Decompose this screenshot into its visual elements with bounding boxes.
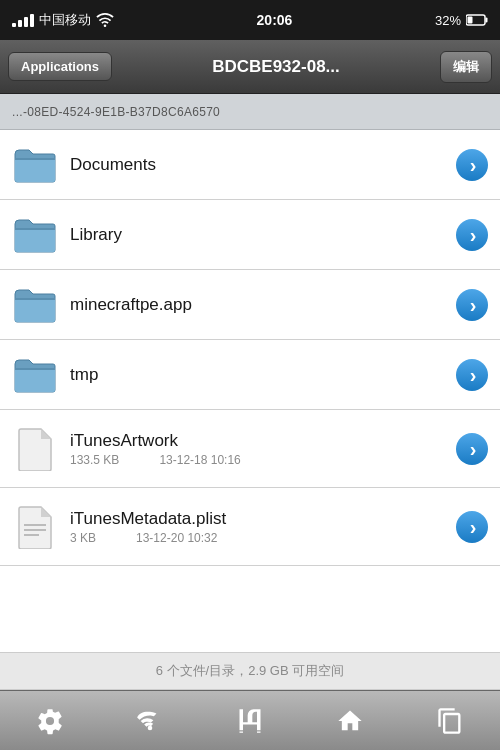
edit-button[interactable]: 编辑	[440, 51, 492, 83]
gear-icon	[36, 707, 64, 735]
file-info: minecraftpe.app	[70, 295, 456, 315]
file-name: minecraftpe.app	[70, 295, 456, 315]
battery-percent: 32%	[435, 13, 461, 28]
chevron-button[interactable]	[456, 433, 488, 465]
svg-rect-1	[486, 18, 488, 23]
chevron-button[interactable]	[456, 219, 488, 251]
copy-icon	[436, 707, 464, 735]
battery-icon	[466, 14, 488, 26]
nav-bar: Applications BDCBE932-08... 编辑	[0, 40, 500, 94]
folder-icon	[12, 352, 58, 398]
file-date: 13-12-18 10:16	[159, 453, 240, 467]
file-name: tmp	[70, 365, 456, 385]
status-right: 32%	[435, 13, 488, 28]
list-item[interactable]: minecraftpe.app	[0, 270, 500, 340]
file-size: 133.5 KB	[70, 453, 119, 467]
signal-icon	[12, 14, 34, 27]
wifi-icon	[96, 13, 114, 27]
tab-copy[interactable]	[400, 707, 500, 735]
file-list: Documents Library minecraftpe.app	[0, 130, 500, 652]
file-info: Documents	[70, 155, 456, 175]
list-item[interactable]: Library	[0, 200, 500, 270]
breadcrumb-text: ...-08ED-4524-9E1B-B37D8C6A6570	[12, 105, 220, 119]
file-meta: 3 KB 13-12-20 10:32	[70, 531, 456, 545]
file-name: iTunesMetadata.plist	[70, 509, 456, 529]
chevron-button[interactable]	[456, 511, 488, 543]
book-icon	[236, 707, 264, 735]
tab-wifi[interactable]	[100, 707, 200, 735]
list-item[interactable]: Documents	[0, 130, 500, 200]
file-info: tmp	[70, 365, 456, 385]
file-name: iTunesArtwork	[70, 431, 456, 451]
carrier-label: 中国移动	[39, 11, 91, 29]
svg-rect-2	[468, 17, 473, 24]
tab-bar	[0, 690, 500, 750]
back-button[interactable]: Applications	[8, 52, 112, 81]
chevron-button[interactable]	[456, 149, 488, 181]
file-name: Library	[70, 225, 456, 245]
folder-icon	[12, 282, 58, 328]
breadcrumb: ...-08ED-4524-9E1B-B37D8C6A6570	[0, 94, 500, 130]
file-info: iTunesMetadata.plist 3 KB 13-12-20 10:32	[70, 509, 456, 545]
status-left: 中国移动	[12, 11, 114, 29]
document-icon	[12, 426, 58, 472]
folder-icon	[12, 142, 58, 188]
tab-books[interactable]	[200, 707, 300, 735]
list-item[interactable]: iTunesArtwork 133.5 KB 13-12-18 10:16	[0, 410, 500, 488]
home-icon	[336, 707, 364, 735]
footer-status: 6 个文件/目录，2.9 GB 可用空间	[0, 652, 500, 690]
file-info: iTunesArtwork 133.5 KB 13-12-18 10:16	[70, 431, 456, 467]
status-bar: 中国移动 20:06 32%	[0, 0, 500, 40]
tab-home[interactable]	[300, 707, 400, 735]
file-date: 13-12-20 10:32	[136, 531, 217, 545]
chevron-button[interactable]	[456, 289, 488, 321]
status-time: 20:06	[257, 12, 293, 28]
file-meta: 133.5 KB 13-12-18 10:16	[70, 453, 456, 467]
nav-title: BDCBE932-08...	[112, 57, 440, 77]
footer-status-text: 6 个文件/目录，2.9 GB 可用空间	[156, 662, 345, 680]
wifi-tab-icon	[136, 707, 164, 735]
document-icon	[12, 504, 58, 550]
folder-icon	[12, 212, 58, 258]
list-item[interactable]: tmp	[0, 340, 500, 410]
file-info: Library	[70, 225, 456, 245]
chevron-button[interactable]	[456, 359, 488, 391]
file-name: Documents	[70, 155, 456, 175]
tab-settings[interactable]	[0, 707, 100, 735]
file-size: 3 KB	[70, 531, 96, 545]
list-item[interactable]: iTunesMetadata.plist 3 KB 13-12-20 10:32	[0, 488, 500, 566]
